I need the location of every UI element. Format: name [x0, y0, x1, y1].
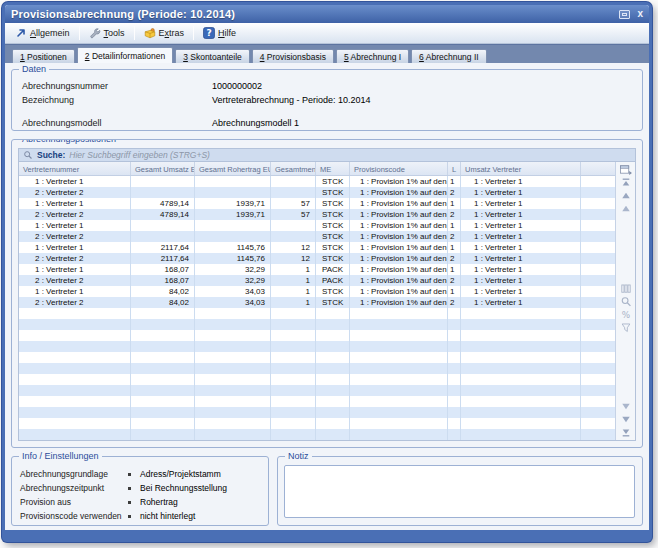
grid-cell-gesamtmenge: 1	[271, 286, 316, 297]
grid-cell-gesamt-rohertrag-eur	[195, 385, 271, 396]
scroll-first-icon[interactable]	[619, 177, 633, 188]
toolbar-separator	[193, 26, 194, 40]
grid-cell-l	[448, 330, 461, 341]
tab-skontoanteile[interactable]: 3 Skontoanteile	[175, 49, 250, 63]
table-row[interactable]: 2 : Vertreter 22117,641145,7612STCK1 : P…	[19, 253, 615, 264]
tab-provisionsbasis[interactable]: 4 Provisionsbasis	[252, 49, 334, 63]
grid-cell-l: 1	[448, 242, 461, 253]
table-row[interactable]: 1 : Vertreter 1STCK1 : Provision 1% auf …	[19, 176, 615, 187]
grid-cell-filler	[581, 418, 615, 429]
grid-cell-gesamt-umsatz-eur	[131, 231, 195, 242]
toolbar-separator	[134, 26, 135, 40]
table-row[interactable]: 1 : Vertreter 14789,141939,7157STCK1 : P…	[19, 198, 615, 209]
toolbar-button-tools[interactable]: Tools	[84, 25, 130, 41]
grid-cell-filler	[581, 297, 615, 308]
column-header-gesamt-rohertrag-eur[interactable]: Gesamt Rohertrag EUR	[195, 162, 271, 175]
search-input[interactable]	[69, 149, 631, 161]
grid-cell-gesamt-rohertrag-eur: 34,03	[195, 286, 271, 297]
grid-cell-gesamt-umsatz-eur	[131, 407, 195, 418]
grid-cell-gesamt-rohertrag-eur	[195, 176, 271, 187]
grid-cell-vertreternummer: 1 : Vertreter 1	[19, 264, 131, 275]
grid-cell-me	[316, 341, 350, 352]
grid-cell-umsatz-vertreter: 1 : Vertreter 1	[461, 275, 581, 286]
grid-cell-vertreternummer: 1 : Vertreter 1	[19, 242, 131, 253]
notiz-groupbox: Notiz	[277, 456, 643, 526]
window-title: Provisionsabrechnung (Periode: 10.2014)	[11, 8, 235, 20]
grid-cell-gesamt-rohertrag-eur	[195, 220, 271, 231]
scroll-up-icon[interactable]	[619, 203, 633, 214]
grid-cell-provisionscode: 1 : Provision 1% auf den ve	[350, 209, 448, 220]
svg-text:%: %	[621, 309, 629, 319]
toolbar-button-extras[interactable]: Extras	[139, 25, 190, 41]
table-row[interactable]: 2 : Vertreter 2STCK1 : Provision 1% auf …	[19, 231, 615, 242]
scroll-prev-icon[interactable]	[619, 190, 633, 201]
filter-icon[interactable]	[619, 322, 633, 333]
grid-cell-umsatz-vertreter: 1 : Vertreter 1	[461, 264, 581, 275]
search-icon[interactable]	[619, 296, 633, 307]
tab-positionen[interactable]: 1 Positionen	[12, 49, 75, 63]
grid-cell-l: 1	[448, 264, 461, 275]
grid-cell-gesamt-rohertrag-eur	[195, 396, 271, 407]
search-icon	[23, 150, 33, 160]
grid-cell-umsatz-vertreter	[461, 374, 581, 385]
notiz-textarea[interactable]	[284, 465, 635, 518]
info-label: Abrechnungsgrundlage	[20, 469, 128, 479]
column-header-umsatz-vertreter[interactable]: Umsatz Vertreter	[461, 162, 581, 175]
daten-groupbox: Daten Abrechnungsnummer1000000002Bezeich…	[11, 69, 643, 131]
column-header-me[interactable]: ME	[316, 162, 350, 175]
grid-cell-provisionscode: 1 : Provision 1% auf den ve	[350, 176, 448, 187]
grid-cell-provisionscode	[350, 308, 448, 319]
grid-cell-vertreternummer	[19, 374, 131, 385]
empty-row	[19, 385, 615, 396]
table-row[interactable]: 2 : Vertreter 2168,0732,291PACK1 : Provi…	[19, 275, 615, 286]
table-row[interactable]: 1 : Vertreter 184,0234,031STCK1 : Provis…	[19, 286, 615, 297]
restore-icon[interactable]	[619, 10, 630, 19]
grid-body: 1 : Vertreter 1STCK1 : Provision 1% auf …	[19, 176, 615, 440]
column-header-gesamtmenge[interactable]: Gesamtmenge	[271, 162, 316, 175]
table-row[interactable]: 1 : Vertreter 1168,0732,291PACK1 : Provi…	[19, 264, 615, 275]
content-area: Daten Abrechnungsnummer1000000002Bezeich…	[5, 63, 649, 530]
grid-header: VertreternummerGesamt Umsatz EURGesamt R…	[19, 162, 615, 176]
grid-cell-gesamt-rohertrag-eur: 1939,71	[195, 198, 271, 209]
table-row[interactable]: 1 : Vertreter 12117,641145,7612STCK1 : P…	[19, 242, 615, 253]
close-icon[interactable]: x	[637, 9, 643, 19]
grid-cell-gesamtmenge	[271, 341, 316, 352]
grid-cell-me	[316, 363, 350, 374]
column-header-gesamt-umsatz-eur[interactable]: Gesamt Umsatz EUR	[131, 162, 195, 175]
grid-cell-umsatz-vertreter	[461, 385, 581, 396]
grid-cell-umsatz-vertreter	[461, 363, 581, 374]
tab-abrechnung-i[interactable]: 5 Abrechnung I	[336, 49, 409, 63]
grid-cell-me	[316, 418, 350, 429]
columns-icon[interactable]	[619, 283, 633, 294]
grid-cell-gesamtmenge: 1	[271, 264, 316, 275]
table-row[interactable]: 1 : Vertreter 1STCK1 : Provision 1% auf …	[19, 220, 615, 231]
grid-cell-gesamtmenge	[271, 418, 316, 429]
table-row[interactable]: 2 : Vertreter 24789,141939,7157STCK1 : P…	[19, 209, 615, 220]
table-row[interactable]: 2 : Vertreter 284,0234,031STCK1 : Provis…	[19, 297, 615, 308]
toolbar-button-hilfe[interactable]: ?Hilfe	[198, 25, 241, 41]
column-header-provisionscode[interactable]: Provisionscode	[350, 162, 448, 175]
tab-abrechnung-ii[interactable]: 6 Abrechnung II	[411, 49, 487, 63]
table-row[interactable]: 2 : Vertreter 2STCK1 : Provision 1% auf …	[19, 187, 615, 198]
info-value: Adress/Projektstamm	[140, 469, 221, 479]
scroll-last-icon[interactable]	[619, 427, 633, 438]
grid-cell-filler	[581, 187, 615, 198]
column-chooser-icon[interactable]	[619, 164, 633, 175]
tab-detailinformationen[interactable]: 2 Detailinformationen	[77, 47, 173, 63]
grid-cell-gesamt-rohertrag-eur	[195, 418, 271, 429]
scroll-down-icon[interactable]	[619, 401, 633, 412]
scroll-next-icon[interactable]	[619, 414, 633, 425]
toolbar-button-allgemein[interactable]: Allgemein	[10, 25, 75, 41]
grid-cell-filler	[581, 352, 615, 363]
toolbar-button-label: Extras	[159, 28, 185, 38]
column-header-l[interactable]: L	[448, 162, 461, 175]
grid-cell-l: 2	[448, 187, 461, 198]
grid-cell-l	[448, 308, 461, 319]
grid-cell-me: STCK	[316, 242, 350, 253]
bullet-icon	[128, 473, 140, 476]
grid-cell-me: STCK	[316, 187, 350, 198]
grid-cell-l	[448, 374, 461, 385]
grid-cell-provisionscode	[350, 374, 448, 385]
column-header-vertreternummer[interactable]: Vertreternummer	[19, 162, 131, 175]
sum-icon[interactable]: %	[619, 309, 633, 320]
